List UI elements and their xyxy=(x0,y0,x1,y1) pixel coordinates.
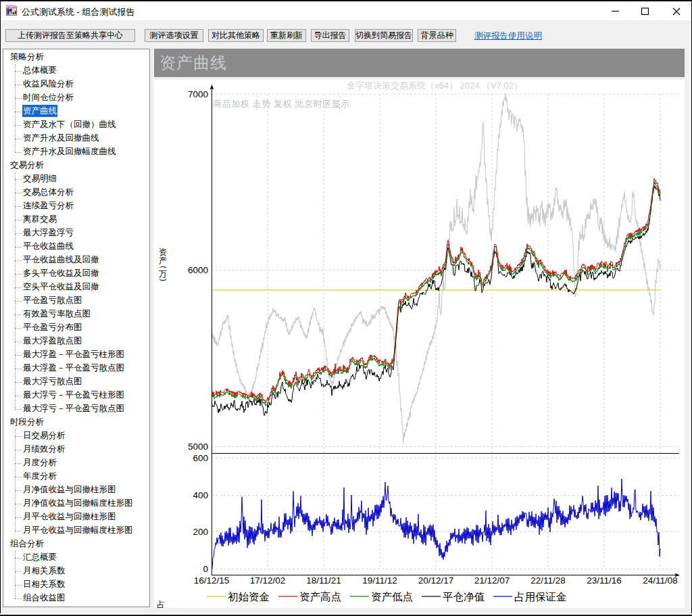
svg-text:23/11/16: 23/11/16 xyxy=(587,575,622,586)
svg-text:资产低点: 资产低点 xyxy=(371,591,413,602)
svg-text:6000: 6000 xyxy=(188,265,208,275)
svg-text:17/12/02: 17/12/02 xyxy=(250,575,286,586)
svg-text:7000: 7000 xyxy=(188,89,208,99)
svg-text:20/12/17: 20/12/17 xyxy=(418,575,454,586)
svg-text:占用保证金: 占用保证金 xyxy=(514,591,567,602)
svg-text:5000: 5000 xyxy=(188,442,208,452)
svg-text:200: 200 xyxy=(193,527,208,537)
svg-text:商品加权 走势 复权 北京时区显示: 商品加权 走势 复权 北京时区显示 xyxy=(213,99,350,109)
svg-text:19/11/12: 19/11/12 xyxy=(362,575,397,586)
svg-text:产: 产 xyxy=(159,256,167,266)
svg-text:24/11/08: 24/11/08 xyxy=(643,575,678,586)
svg-text:平仓净值: 平仓净值 xyxy=(443,591,485,602)
svg-text:资: 资 xyxy=(159,247,167,257)
svg-text:22/11/28: 22/11/28 xyxy=(530,575,566,586)
svg-text:600: 600 xyxy=(193,453,208,463)
svg-text:金字塔决策交易系统（x64） 2024 （V7.02）: 金字塔决策交易系统（x64） 2024 （V7.02） xyxy=(347,80,522,91)
svg-text:万: 万 xyxy=(159,269,167,279)
svg-text:资产高点: 资产高点 xyxy=(299,591,341,602)
svg-text:初始资金: 初始资金 xyxy=(228,591,270,602)
svg-text:0: 0 xyxy=(203,564,208,574)
svg-text:400: 400 xyxy=(193,490,208,500)
svg-text:16/12/15: 16/12/15 xyxy=(194,575,230,586)
svg-text:(: ( xyxy=(159,266,168,268)
svg-text:): ) xyxy=(159,279,168,281)
svg-text:占: 占 xyxy=(157,600,165,608)
svg-text:21/12/07: 21/12/07 xyxy=(474,575,510,586)
svg-text:18/11/21: 18/11/21 xyxy=(306,575,341,586)
